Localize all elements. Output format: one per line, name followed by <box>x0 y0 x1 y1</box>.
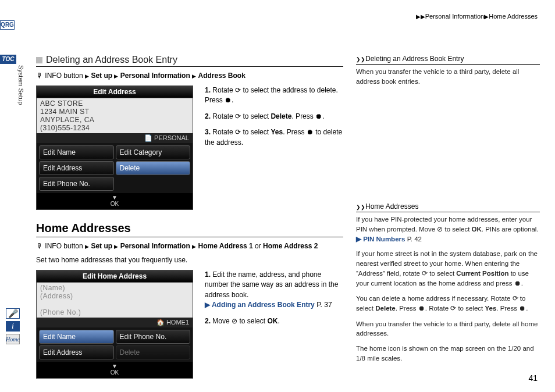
voice-icon[interactable]: 🎤 <box>6 308 20 319</box>
screen-btn-edit-name: Edit Name <box>39 330 114 344</box>
press-icon: ⏺ <box>418 305 425 312</box>
screen-btn: Edit Phone No. <box>116 330 191 344</box>
screenshot-edit-address: Edit Address ABC STORE 1234 MAIN ST ANYP… <box>36 85 193 210</box>
note-home-addresses: Home Addresses If you have PIN-protected… <box>356 202 540 363</box>
sidebar-section-label: System Setup <box>17 65 24 105</box>
screen-btn: Edit Address <box>39 161 114 175</box>
rotate-icon: ⟳ <box>450 304 456 312</box>
nav-path-1: 🎙 INFO button ▶ Set up ▶ Personal Inform… <box>36 70 343 81</box>
info-icon[interactable]: i <box>6 321 20 332</box>
link-adding-entry[interactable]: ▶ Adding an Address Book Entry <box>205 301 315 309</box>
screen-btn-delete-disabled: Delete <box>116 345 191 359</box>
screen-btn: Edit Address <box>39 345 114 359</box>
press-icon: ⏺ <box>315 112 322 120</box>
rotate-icon: ⟳ <box>235 86 241 94</box>
rotate-icon: ⟳ <box>422 269 428 277</box>
intro-text: Set two home addresses that you frequent… <box>36 256 343 264</box>
press-icon: ⏺ <box>307 128 314 136</box>
screen-btn: Edit Phone No. <box>39 177 114 191</box>
screen-btn-delete: Delete <box>116 161 191 175</box>
move-icon: ⊘ <box>232 317 237 325</box>
section-title-deleting: Deleting an Address Book Entry <box>36 55 343 67</box>
page-number: 41 <box>528 373 538 383</box>
section-bullet-icon <box>36 57 42 63</box>
press-icon: ⏺ <box>514 280 521 287</box>
screen-btn: Edit Category <box>116 145 191 159</box>
steps-2: 1. Edit the name, address, and phone num… <box>205 270 343 332</box>
link-pin-numbers[interactable]: ▶ PIN Numbers <box>356 236 405 243</box>
note-deleting: Deleting an Address Book Entry When you … <box>356 55 540 86</box>
tab-toc[interactable]: TOC <box>0 55 16 64</box>
tab-qrg[interactable]: QRG <box>0 20 15 30</box>
nav-path-2: 🎙 INFO button ▶ Set up ▶ Personal Inform… <box>36 241 343 251</box>
steps-1: 1. Rotate ⟳ to select the address to del… <box>205 85 343 154</box>
home-icon[interactable]: Home <box>6 334 20 344</box>
screen-title: Edit Home Address <box>37 270 193 283</box>
section-title-home-addresses: Home Addresses <box>36 222 343 237</box>
rotate-icon: ⟳ <box>513 294 518 302</box>
press-icon: ⏺ <box>225 96 232 104</box>
rotate-icon: ⟳ <box>235 128 241 136</box>
rotate-icon: ⟳ <box>235 112 241 120</box>
screen-title: Edit Address <box>37 86 193 98</box>
breadcrumb: ▶▶Personal Information▶Home Addresses <box>416 13 538 20</box>
screen-btn: Edit Name <box>39 145 114 159</box>
screenshot-edit-home-address: Edit Home Address (Name) (Address) (Phon… <box>36 270 193 379</box>
move-icon: ⊘ <box>437 226 443 233</box>
press-icon: ⏺ <box>519 305 526 312</box>
